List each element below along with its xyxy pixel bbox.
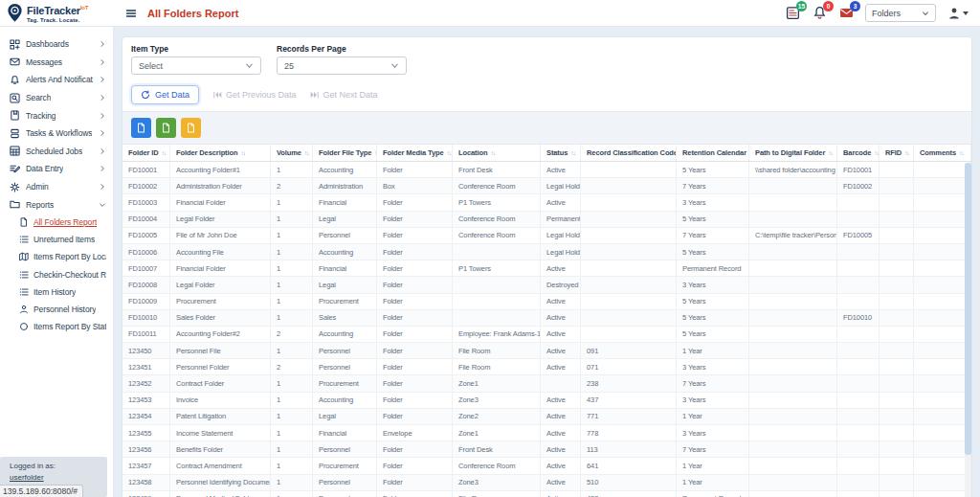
get-previous-data-button[interactable]: Get Previous Data [212,90,297,100]
table-cell [914,310,971,326]
column-header-rfid[interactable]: RFID↑↓ [880,145,914,161]
get-next-data-button[interactable]: Get Next Data [310,90,378,100]
table-row: FD10001Accounting Folder#11AccountingFol… [122,162,971,178]
table-row: FD10007Financial Folder1FinancialFolderP… [122,260,971,277]
table-header-row: Folder ID↑↓Folder Description↑↓Volume↑↓F… [122,144,971,162]
column-header-record-classification-code[interactable]: Record Classification Code↑↓ [581,145,677,161]
table-cell: Sales [313,310,377,326]
item-type-select[interactable]: Select [131,56,261,75]
column-header-path-to-digital-folder[interactable]: Path to Digital Folder↑↓ [749,145,837,161]
table-cell: Legal Hold [541,244,581,260]
sidebar-item-messages[interactable]: Messages [0,54,113,72]
sidebar-item-items-report-by-location[interactable]: Items Report By Location [0,248,113,265]
alerts-notification-button[interactable]: 0 [813,6,827,20]
sidebar-item-data-entry[interactable]: Data Entry [0,160,113,178]
sort-icon[interactable]: ↑↓ [904,149,909,156]
table-cell [880,178,914,193]
table-row: FD10004Legal Folder1LegalFolderConferenc… [122,212,971,228]
sidebar-item-unreturned-items[interactable]: Unreturned Items [0,231,113,248]
column-header-folder-file-type[interactable]: Folder File Type↑↓ [313,145,377,161]
column-header-location[interactable]: Location↑↓ [453,145,541,161]
scrollbar-thumb[interactable] [965,163,971,455]
table-scrollbar[interactable] [965,163,971,497]
sort-icon[interactable]: ↑↓ [304,149,309,156]
table-cell: FD10010 [122,310,170,326]
table-cell: 3 Years [677,425,749,441]
sort-icon[interactable]: ↑↓ [874,149,879,156]
table-row: 123458Personnel Identifying Documents1Pe… [122,475,971,491]
table-cell [914,409,971,424]
column-header-retention-calendar[interactable]: Retention Calendar↑↓ [677,145,749,161]
table-cell: Folder [377,277,453,292]
table-cell: Legal [313,277,377,292]
table-cell: Active [541,260,581,276]
sort-icon[interactable]: ↑↓ [162,149,167,156]
sidebar-item-admin[interactable]: Admin [0,178,113,196]
table-cell [914,228,971,243]
export-pdf-button[interactable] [131,118,151,138]
sort-icon[interactable]: ↑↓ [447,149,452,156]
sort-icon[interactable]: ↑↓ [828,149,833,156]
sort-icon[interactable]: ↑↓ [570,149,575,156]
column-header-status[interactable]: Status↑↓ [541,145,581,161]
logo-pin-icon [7,3,23,23]
sidebar-item-search[interactable]: Search [0,89,113,107]
table-cell [880,359,914,374]
get-data-button[interactable]: Get Data [131,85,199,104]
table-cell [749,375,837,391]
sidebar-item-alerts-and-notifications[interactable]: Alerts And Notifications [0,71,113,89]
chevron-right-icon [99,129,106,137]
column-header-folder-id[interactable]: Folder ID↑↓ [122,145,170,161]
sidebar-item-tasks-workflows[interactable]: Tasks & Workflows [0,124,113,143]
table-cell [837,425,880,441]
table-cell: P1 Towers [453,194,541,210]
sidebar-item-checkin-checkout-report[interactable]: Checkin-Checkout Report [0,266,113,283]
sidebar-item-reports[interactable]: Reports [0,195,113,214]
table-cell: File Room [453,359,541,374]
table-row: 123450Personnel File1PersonnelFolderFile… [122,343,971,359]
sidebar-item-item-history[interactable]: Item History [0,283,113,301]
column-header-folder-description[interactable]: Folder Description↑↓ [170,145,271,161]
messages-notification-button[interactable]: 3 [839,6,854,20]
records-per-page-select[interactable]: 25 [277,56,407,75]
user-menu-button[interactable] [947,7,969,20]
table-cell: FD10004 [122,212,170,227]
sidebar-item-items-report-by-status[interactable]: Items Report By Status [0,318,113,335]
reports-notification-button[interactable]: 15 [786,6,800,20]
sidebar-item-dashboards[interactable]: Dashboards [0,35,113,54]
table-cell: Personnel Folder [170,359,271,374]
table-cell [581,194,677,210]
table-cell: Invoice [170,393,271,408]
entity-select[interactable]: Folders [865,4,936,22]
user-avatar-icon [947,7,961,20]
sort-icon[interactable]: ↑↓ [959,149,964,156]
table-cell: Procurement [313,458,377,473]
table-cell: Active [541,343,581,358]
table-cell [749,194,837,210]
double-chevron-right-icon [310,90,320,100]
sort-icon[interactable]: ↑↓ [490,149,495,156]
sidebar-item-all-folders-report[interactable]: All Folders Report [0,214,113,231]
export-excel-button[interactable] [156,118,176,138]
sidebar-item-scheduled-jobs[interactable]: Scheduled Jobs [0,143,113,161]
table-cell: 071 [581,359,677,374]
sidebar-item-personnel-history[interactable]: Personnel History [0,301,113,318]
logged-in-user[interactable]: userfolder [10,472,100,484]
list-icon [19,235,29,244]
table-cell: Folder [377,294,453,309]
column-header-volume[interactable]: Volume↑↓ [271,145,313,161]
sidebar-item-tracking[interactable]: Tracking [0,106,113,124]
table-cell: Personnel [313,441,377,457]
table-cell: Active [541,425,581,441]
table-cell: Active [541,491,581,497]
export-csv-button[interactable] [181,118,201,138]
table-cell: 1 Year [677,343,749,358]
table-cell [749,327,837,342]
column-header-barcode[interactable]: Barcode↑↓ [837,145,880,161]
column-header-folder-media-type[interactable]: Folder Media Type↑↓ [377,145,453,161]
column-header-comments[interactable]: Comments↑↓ [914,145,971,161]
menu-toggle-icon[interactable] [125,8,137,19]
sort-icon[interactable]: ↑↓ [240,149,245,156]
table-cell: 1 [271,244,313,260]
app-logo[interactable]: FileTrackerIoT Tag. Track. Locate. [0,2,114,24]
